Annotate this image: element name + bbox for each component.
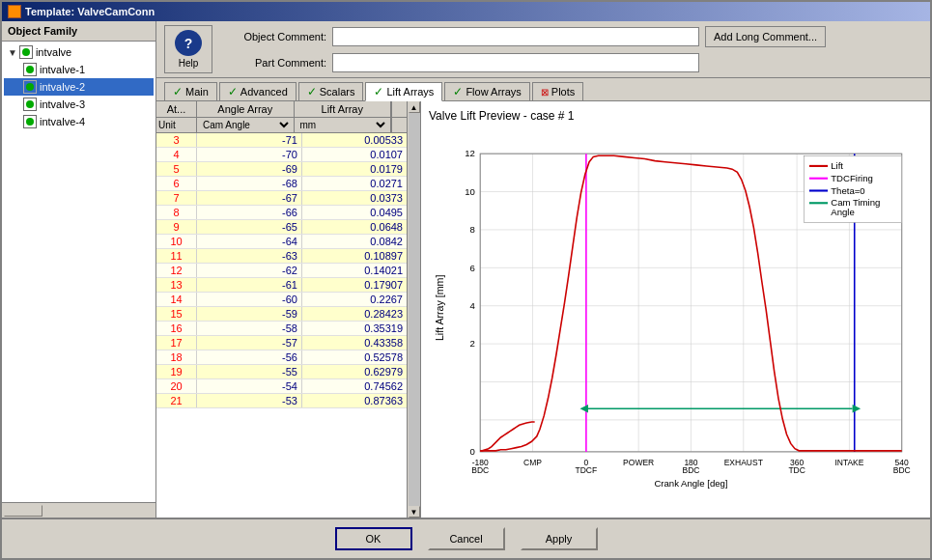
bottom-bar: OK Cancel Apply bbox=[2, 518, 930, 558]
help-icon: ? bbox=[175, 30, 202, 56]
td-at: 11 bbox=[156, 249, 197, 263]
tab-main[interactable]: ✓ Main bbox=[164, 82, 217, 100]
tab-advanced[interactable]: ✓ Advanced bbox=[219, 82, 297, 100]
chart-container: Lift Array [mm] bbox=[429, 126, 922, 510]
td-at: 14 bbox=[156, 293, 197, 306]
main-window: Template: ValveCamConn Object Family ▼ i… bbox=[0, 0, 932, 560]
left-panel: Object Family ▼ intvalve intvalve-1 bbox=[2, 21, 156, 518]
tab-label-scalars: Scalars bbox=[320, 86, 355, 98]
scroll-up-btn[interactable]: ▲ bbox=[409, 101, 420, 113]
tree-label-intvalve-3: intvalve-3 bbox=[40, 98, 85, 110]
td-lift: 0.74562 bbox=[302, 379, 407, 393]
scroll-track bbox=[409, 113, 420, 506]
td-at: 21 bbox=[156, 394, 197, 407]
unit-lift[interactable]: mm bbox=[295, 118, 392, 132]
tree-label-intvalve: intvalve bbox=[36, 46, 71, 58]
table-scrollbar[interactable]: ▲ ▼ bbox=[408, 101, 421, 518]
td-lift: 0.10897 bbox=[302, 249, 407, 263]
x-label-bdc3: BDC bbox=[893, 465, 911, 475]
tab-scalars[interactable]: ✓ Scalars bbox=[298, 82, 364, 100]
tree-item-intvalve-1[interactable]: intvalve-1 bbox=[4, 61, 154, 78]
td-at: 6 bbox=[156, 177, 197, 190]
window-title: Template: ValveCamConn bbox=[25, 6, 155, 17]
object-comment-label: Object Comment: bbox=[220, 31, 326, 42]
y-label-10: 10 bbox=[465, 186, 475, 197]
table-unit-row: Unit Cam Angle mm bbox=[156, 118, 407, 133]
tab-check-main: ✓ bbox=[173, 85, 183, 98]
td-at: 9 bbox=[156, 220, 197, 234]
help-button[interactable]: ? Help bbox=[164, 25, 212, 73]
td-angle: -54 bbox=[197, 379, 302, 393]
table-row: 5 -69 0.0179 bbox=[156, 162, 407, 177]
table-area: At... Angle Array Lift Array Unit Cam An… bbox=[156, 101, 408, 518]
left-panel-scrollbar[interactable] bbox=[2, 502, 155, 518]
tab-label-plots: Plots bbox=[551, 86, 575, 98]
legend-lift-text: Lift bbox=[831, 160, 843, 171]
td-at: 8 bbox=[156, 206, 197, 219]
obj-icon-intvalve-1 bbox=[23, 63, 37, 76]
th-at: At... bbox=[156, 101, 197, 117]
tab-plots[interactable]: ⊠ Plots bbox=[532, 82, 583, 100]
tabs-bar: ✓ Main ✓ Advanced ✓ Scalars ✓ Lift Array… bbox=[156, 78, 930, 101]
tree-item-intvalve[interactable]: ▼ intvalve bbox=[4, 43, 154, 61]
x-label-cmp: CMP bbox=[523, 458, 542, 467]
help-label: Help bbox=[179, 58, 199, 69]
td-angle: -55 bbox=[197, 365, 302, 378]
obj-icon-intvalve-3 bbox=[23, 98, 37, 111]
apply-button[interactable]: Apply bbox=[521, 527, 598, 550]
tree-item-intvalve-4[interactable]: intvalve-4 bbox=[4, 113, 154, 130]
tab-flowarrays[interactable]: ✓ Flow Arrays bbox=[444, 82, 529, 100]
unit-angle-select[interactable]: Cam Angle bbox=[199, 119, 292, 131]
tab-x-plots: ⊠ bbox=[541, 87, 549, 98]
y-label-8: 8 bbox=[470, 224, 475, 235]
x-label-intake: INTAKE bbox=[834, 458, 863, 467]
td-at: 15 bbox=[156, 307, 197, 321]
tab-label-advanced: Advanced bbox=[240, 86, 288, 98]
tab-liftarrays[interactable]: ✓ Lift Arrays bbox=[365, 82, 442, 101]
add-long-comment-button[interactable]: Add Long Comment... bbox=[705, 26, 826, 47]
tab-check-flowarrays: ✓ bbox=[453, 85, 463, 98]
table-row: 4 -70 0.0107 bbox=[156, 148, 407, 162]
tree-item-intvalve-2[interactable]: intvalve-2 bbox=[4, 78, 154, 96]
scroll-thumb[interactable] bbox=[4, 505, 42, 517]
td-angle: -60 bbox=[197, 293, 302, 306]
scrollbar-header-placeholder bbox=[391, 101, 407, 117]
td-angle: -65 bbox=[197, 220, 302, 234]
table-row: 11 -63 0.10897 bbox=[156, 249, 407, 264]
td-at: 19 bbox=[156, 365, 197, 378]
y-label-12: 12 bbox=[465, 148, 475, 158]
scroll-down-btn[interactable]: ▼ bbox=[409, 506, 420, 518]
td-lift: 0.0107 bbox=[302, 148, 407, 161]
td-at: 16 bbox=[156, 322, 197, 335]
legend-tdcfiring-text: TDCFiring bbox=[831, 173, 873, 183]
part-comment-input[interactable] bbox=[332, 53, 699, 72]
td-angle: -71 bbox=[197, 133, 302, 147]
ok-button[interactable]: OK bbox=[335, 527, 412, 550]
unit-angle[interactable]: Cam Angle bbox=[197, 118, 295, 132]
tab-check-advanced: ✓ bbox=[228, 85, 238, 98]
cancel-button[interactable]: Cancel bbox=[428, 527, 505, 550]
td-angle: -56 bbox=[197, 350, 302, 364]
td-at: 12 bbox=[156, 264, 197, 277]
legend-angle-text: Angle bbox=[831, 207, 855, 217]
table-row: 21 -53 0.87363 bbox=[156, 394, 407, 408]
td-lift: 0.00533 bbox=[302, 133, 407, 147]
object-comment-input[interactable] bbox=[332, 27, 699, 46]
unit-at: Unit bbox=[156, 118, 197, 132]
td-angle: -70 bbox=[197, 148, 302, 161]
tree-label-intvalve-1: intvalve-1 bbox=[40, 64, 85, 75]
table-header: At... Angle Array Lift Array bbox=[156, 101, 407, 118]
table-row: 18 -56 0.52578 bbox=[156, 350, 407, 365]
unit-lift-select[interactable]: mm bbox=[297, 119, 389, 131]
td-lift: 0.14021 bbox=[302, 264, 407, 277]
table-row: 17 -57 0.43358 bbox=[156, 336, 407, 350]
td-lift: 0.0842 bbox=[302, 235, 407, 248]
tree-item-intvalve-3[interactable]: intvalve-3 bbox=[4, 96, 154, 113]
legend-theta0-text: Theta=0 bbox=[831, 185, 864, 196]
td-at: 17 bbox=[156, 336, 197, 350]
tree-area: ▼ intvalve intvalve-1 bbox=[2, 42, 155, 502]
td-lift: 0.0648 bbox=[302, 220, 407, 234]
td-lift: 0.28423 bbox=[302, 307, 407, 321]
table-scroll[interactable]: 3 -71 0.00533 4 -70 0.0107 5 -69 0.0179 … bbox=[156, 133, 407, 518]
td-at: 13 bbox=[156, 278, 197, 292]
